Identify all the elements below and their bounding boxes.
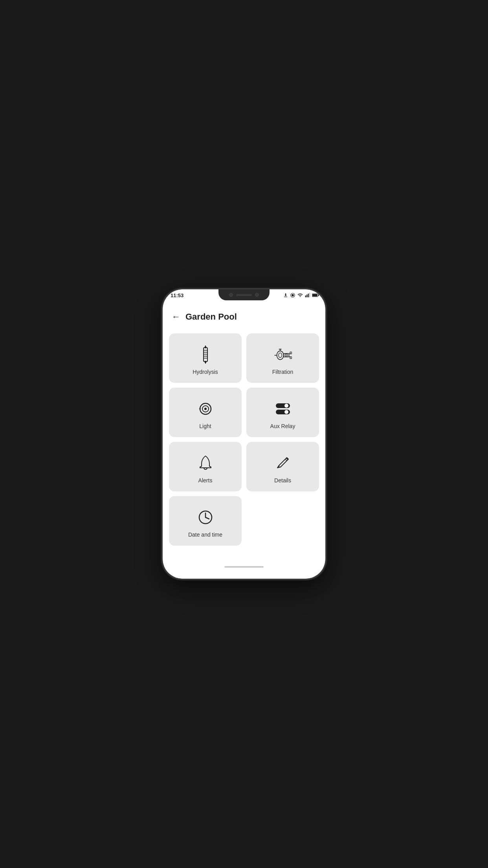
svg-point-38 xyxy=(284,410,288,414)
tile-aux-relay[interactable]: Aux Relay xyxy=(246,388,319,437)
grid-row-2: Light Aux Relay xyxy=(169,388,319,437)
svg-rect-4 xyxy=(308,294,309,297)
speaker-slot xyxy=(236,294,252,296)
notch xyxy=(218,289,270,300)
svg-rect-3 xyxy=(306,294,307,297)
details-icon xyxy=(273,453,293,473)
tile-hydrolysis-label: Hydrolysis xyxy=(193,369,218,375)
tile-details-label: Details xyxy=(274,477,291,484)
tile-alerts-label: Alerts xyxy=(198,477,213,484)
svg-rect-9 xyxy=(204,348,207,362)
signal-icon xyxy=(305,292,310,298)
tile-light-label: Light xyxy=(199,423,211,429)
back-button[interactable]: ← xyxy=(169,310,183,324)
download-icon xyxy=(283,292,288,298)
wifi-icon xyxy=(297,292,303,298)
svg-point-19 xyxy=(277,351,283,360)
tile-date-and-time[interactable]: Date and time xyxy=(169,496,242,546)
tile-details[interactable]: Details xyxy=(246,442,319,491)
hydrolysis-icon xyxy=(195,344,216,365)
status-time: 11:53 xyxy=(171,292,183,298)
svg-rect-5 xyxy=(309,293,310,298)
sensor-dot xyxy=(255,293,259,297)
svg-point-33 xyxy=(204,408,207,410)
status-icons xyxy=(283,292,319,298)
tile-light[interactable]: Light xyxy=(169,388,242,437)
svg-rect-2 xyxy=(305,296,306,298)
svg-rect-25 xyxy=(290,352,292,354)
phone-screen: 11:53 ← Garden Pool xyxy=(163,289,325,579)
svg-point-36 xyxy=(284,404,288,408)
menu-grid: Hydrolysis xyxy=(163,330,325,559)
tile-alerts[interactable]: Alerts xyxy=(169,442,242,491)
grid-row-1: Hydrolysis xyxy=(169,333,319,383)
app-header: ← Garden Pool xyxy=(163,305,325,330)
circle-icon xyxy=(290,292,295,298)
phone-shell: 11:53 ← Garden Pool xyxy=(163,289,325,579)
svg-line-42 xyxy=(205,517,209,519)
battery-icon xyxy=(312,292,319,298)
home-indicator xyxy=(224,566,264,568)
svg-point-22 xyxy=(286,355,287,356)
clock-icon xyxy=(195,507,216,528)
tile-filtration-label: Filtration xyxy=(272,369,294,375)
grid-row-4: Date and time xyxy=(169,496,319,546)
svg-rect-8 xyxy=(318,294,319,296)
svg-rect-26 xyxy=(290,357,292,359)
aux-relay-icon xyxy=(273,399,293,419)
filtration-icon xyxy=(273,344,293,365)
svg-point-1 xyxy=(292,294,294,296)
page-title: Garden Pool xyxy=(185,312,237,322)
back-arrow-icon: ← xyxy=(172,312,180,322)
tile-aux-relay-label: Aux Relay xyxy=(270,423,295,429)
tile-filtration[interactable]: Filtration xyxy=(246,333,319,383)
alerts-icon xyxy=(195,453,216,473)
camera-dot xyxy=(229,293,233,297)
svg-point-30 xyxy=(278,353,282,358)
grid-row-3: Alerts Details xyxy=(169,442,319,491)
bottom-bar xyxy=(163,559,325,579)
svg-line-39 xyxy=(285,459,287,461)
light-icon xyxy=(195,399,216,419)
svg-rect-7 xyxy=(312,294,317,296)
tile-date-time-label: Date and time xyxy=(188,531,222,538)
tile-hydrolysis[interactable]: Hydrolysis xyxy=(169,333,242,383)
